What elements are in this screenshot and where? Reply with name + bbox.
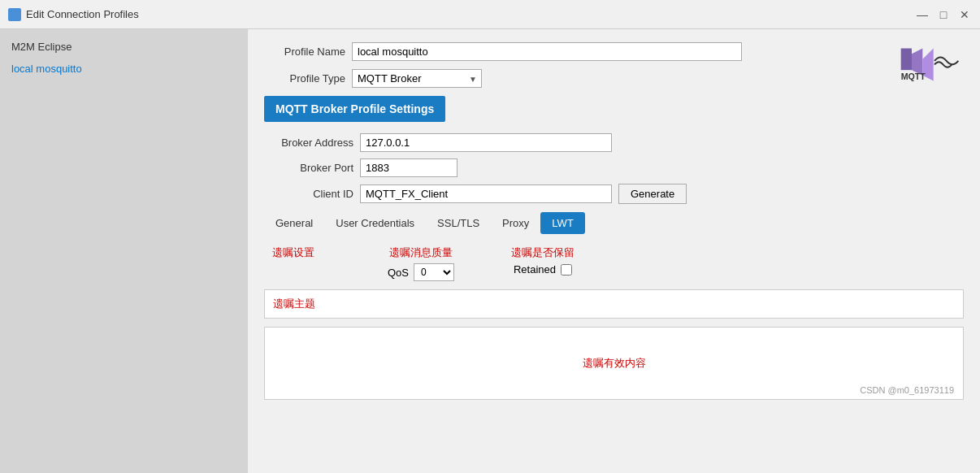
watermark: CSDN @m0_61973119 <box>860 385 954 395</box>
lwt-header: 遗嘱设置 遗嘱消息质量 QoS 0 1 2 <box>272 245 964 281</box>
svg-text:MQTT: MQTT <box>901 72 926 81</box>
lwt-section: 遗嘱设置 遗嘱消息质量 QoS 0 1 2 <box>264 245 964 400</box>
profile-name-label: Profile Name <box>264 46 345 58</box>
lwt-qos-controls: QoS 0 1 2 <box>388 263 454 281</box>
tab-user-credentials[interactable]: User Credentials <box>324 212 426 234</box>
lwt-settings-group: 遗嘱设置 <box>272 245 314 260</box>
lwt-topic-box: 遗嘱主题 <box>264 289 964 319</box>
broker-port-label: Broker Port <box>264 162 353 174</box>
lwt-qos-group-label: 遗嘱消息质量 <box>389 245 453 260</box>
sidebar: M2M Eclipse local mosquitto <box>0 29 248 473</box>
window-controls: — □ ✕ <box>915 7 972 22</box>
sidebar-item-m2m[interactable]: M2M Eclipse <box>0 36 248 58</box>
profile-type-label: Profile Type <box>264 72 345 85</box>
lwt-retained-checkbox[interactable] <box>561 264 572 276</box>
lwt-qos-label: QoS <box>388 267 409 279</box>
broker-address-label: Broker Address <box>264 137 353 149</box>
tab-lwt[interactable]: LWT <box>540 212 584 234</box>
profile-type-row: Profile Type MQTT Broker MQTT Subscriber… <box>264 69 964 88</box>
svg-marker-0 <box>901 49 912 71</box>
tab-general[interactable]: General <box>264 212 324 234</box>
broker-address-row: Broker Address <box>264 133 964 152</box>
mqtt-logo-area: MQTT <box>895 42 960 89</box>
profile-type-select-wrapper[interactable]: MQTT Broker MQTT Subscriber ▼ <box>352 69 482 88</box>
lwt-retained-controls: Retained <box>514 263 572 276</box>
content-wrapper: MQTT Profile Name Profile Type MQTT Brok… <box>264 42 964 400</box>
maximize-button[interactable]: □ <box>936 7 951 22</box>
broker-address-input[interactable] <box>360 133 612 152</box>
lwt-settings-label: 遗嘱设置 <box>272 246 314 258</box>
profile-name-input[interactable] <box>352 42 742 61</box>
broker-port-row: Broker Port <box>264 158 964 177</box>
tab-proxy[interactable]: Proxy <box>491 212 540 234</box>
content-area: MQTT Profile Name Profile Type MQTT Brok… <box>248 29 980 473</box>
sidebar-item-local-mosquitto[interactable]: local mosquitto <box>0 58 248 80</box>
window-title: Edit Connection Profiles <box>26 8 139 20</box>
lwt-qos-select[interactable]: 0 1 2 <box>414 263 454 281</box>
profile-type-select[interactable]: MQTT Broker MQTT Subscriber <box>352 69 482 88</box>
profile-name-row: Profile Name <box>264 42 964 61</box>
generate-button[interactable]: Generate <box>618 184 687 204</box>
minimize-button[interactable]: — <box>915 7 930 22</box>
broker-banner: MQTT Broker Profile Settings <box>264 96 445 122</box>
tab-ssl-tls[interactable]: SSL/TLS <box>426 212 491 234</box>
lwt-topic-label: 遗嘱主题 <box>273 297 315 311</box>
lwt-payload-label: 遗嘱有效内容 <box>583 356 646 371</box>
client-id-label: Client ID <box>264 188 353 200</box>
lwt-payload-box: 遗嘱有效内容 <box>264 327 964 400</box>
client-id-input[interactable] <box>360 184 612 203</box>
close-button[interactable]: ✕ <box>957 7 972 22</box>
lwt-retained-label: Retained <box>514 263 556 276</box>
mqtt-logo-svg: MQTT <box>895 42 960 87</box>
lwt-retained-group: 遗嘱是否保留 Retained <box>511 245 575 276</box>
tabs-row: General User Credentials SSL/TLS Proxy L… <box>264 212 964 234</box>
lwt-qos-group: 遗嘱消息质量 QoS 0 1 2 <box>388 245 454 281</box>
broker-port-input[interactable] <box>360 158 457 177</box>
app-icon <box>8 8 21 21</box>
client-id-row: Client ID Generate <box>264 184 964 204</box>
lwt-retained-group-label: 遗嘱是否保留 <box>511 245 575 260</box>
title-bar-left: Edit Connection Profiles <box>8 8 139 21</box>
